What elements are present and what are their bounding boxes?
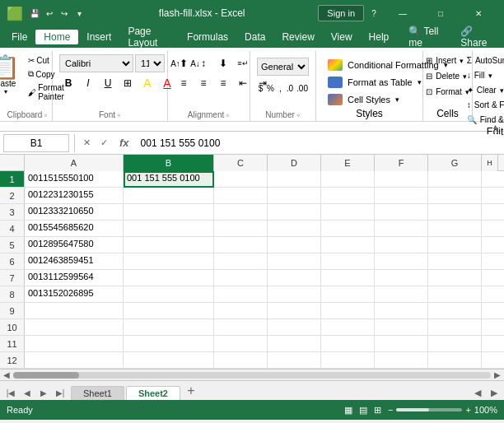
cell-e12[interactable] xyxy=(321,352,375,369)
row-num-8[interactable]: 8 xyxy=(0,286,25,302)
cell-h11[interactable] xyxy=(482,336,498,352)
menu-formulas[interactable]: Formulas xyxy=(179,30,236,44)
zoom-out-button[interactable]: − xyxy=(388,405,393,415)
save-button[interactable]: 💾 xyxy=(28,7,41,20)
cell-h1[interactable] xyxy=(482,171,498,188)
scroll-left-button[interactable]: ◀ xyxy=(2,370,12,379)
cell-a7[interactable]: 0013112599564 xyxy=(25,270,124,286)
percent-button[interactable]: % xyxy=(266,79,275,97)
col-header-c[interactable]: C xyxy=(214,155,268,171)
minimize-button[interactable]: — xyxy=(384,0,422,26)
cell-d4[interactable] xyxy=(268,221,321,237)
cell-h10[interactable] xyxy=(482,319,498,336)
cell-d5[interactable] xyxy=(268,237,321,253)
cell-h6[interactable] xyxy=(482,253,498,270)
cell-c12[interactable] xyxy=(214,352,268,369)
menu-share[interactable]: 🔗 Share xyxy=(452,24,501,50)
horizontal-scrollbar-thumb[interactable] xyxy=(13,372,79,379)
cell-e9[interactable] xyxy=(321,303,375,319)
cell-f4[interactable] xyxy=(375,221,428,237)
cell-a12[interactable] xyxy=(25,352,124,369)
menu-tell-me[interactable]: 🔍 Tell me xyxy=(400,24,452,50)
col-header-a[interactable]: A xyxy=(25,155,124,171)
cell-c10[interactable] xyxy=(214,319,268,336)
close-button[interactable]: ✕ xyxy=(460,0,497,26)
cell-c6[interactable] xyxy=(214,253,268,270)
align-right-button[interactable]: ≡ xyxy=(214,74,232,92)
cell-c9[interactable] xyxy=(214,303,268,319)
decrease-decimal-button[interactable]: .00 xyxy=(296,79,309,97)
align-left-button[interactable]: ≡ xyxy=(175,74,193,92)
cell-f3[interactable] xyxy=(375,204,428,221)
alignment-expand[interactable]: Alignment ⬦ xyxy=(188,110,230,119)
border-button[interactable]: ⊞ xyxy=(119,74,137,92)
cell-e6[interactable] xyxy=(321,253,375,270)
cell-b10[interactable] xyxy=(124,319,214,336)
align-bottom-button[interactable]: ⬇ xyxy=(214,54,232,72)
cell-e3[interactable] xyxy=(321,204,375,221)
cell-g4[interactable] xyxy=(428,221,482,237)
cell-a5[interactable]: 0012895647580 xyxy=(25,237,124,253)
cell-b3[interactable] xyxy=(124,204,214,221)
cell-d9[interactable] xyxy=(268,303,321,319)
cell-a2[interactable]: 0012231230155 xyxy=(25,188,124,204)
cell-reference-box[interactable] xyxy=(3,134,69,152)
ribbon-collapse-button[interactable]: ▲ xyxy=(492,123,499,131)
row-num-2[interactable]: 2 xyxy=(0,188,25,203)
fill-button[interactable]: ↓ Fill ▾ xyxy=(464,69,504,81)
cell-g10[interactable] xyxy=(428,319,482,336)
cell-b4[interactable] xyxy=(124,221,214,237)
number-format-select[interactable]: General xyxy=(257,58,309,76)
cell-h5[interactable] xyxy=(482,237,498,253)
accounting-format-button[interactable]: $ xyxy=(257,79,264,97)
decrease-indent-button[interactable]: ⇤ xyxy=(234,74,252,92)
menu-help[interactable]: Help xyxy=(361,30,398,44)
cell-e11[interactable] xyxy=(321,336,375,352)
menu-insert[interactable]: Insert xyxy=(78,30,119,44)
cell-b2[interactable] xyxy=(124,188,214,204)
page-layout-button[interactable]: ▤ xyxy=(359,405,367,416)
cell-g8[interactable] xyxy=(428,286,482,303)
cell-h8[interactable] xyxy=(482,286,498,303)
tab-scroll-left[interactable]: ◀ xyxy=(471,386,484,400)
align-center-button[interactable]: ≡ xyxy=(194,74,212,92)
cell-d3[interactable] xyxy=(268,204,321,221)
maximize-button[interactable]: □ xyxy=(422,0,460,26)
menu-review[interactable]: Review xyxy=(273,30,322,44)
align-middle-button[interactable]: ↕ xyxy=(194,54,212,72)
cell-f8[interactable] xyxy=(375,286,428,303)
number-expand[interactable]: Number ⬦ xyxy=(265,110,301,119)
cell-e5[interactable] xyxy=(321,237,375,253)
cell-d1[interactable] xyxy=(268,171,321,188)
customize-qat-button[interactable]: ▾ xyxy=(72,7,86,20)
cell-d6[interactable] xyxy=(268,253,321,270)
underline-button[interactable]: U xyxy=(99,74,117,92)
sheet-tab-1[interactable]: Sheet1 xyxy=(71,386,124,400)
col-header-d[interactable]: D xyxy=(268,155,321,171)
cell-h7[interactable] xyxy=(482,270,498,286)
horizontal-scrollbar-track[interactable] xyxy=(13,372,491,379)
col-header-f[interactable]: F xyxy=(375,155,428,171)
cell-a4[interactable]: 0015545685620 xyxy=(25,221,124,237)
cell-a10[interactable] xyxy=(25,319,124,336)
confirm-formula-button[interactable]: ✓ xyxy=(97,136,111,150)
cell-d12[interactable] xyxy=(268,352,321,369)
col-header-b[interactable]: B xyxy=(124,155,214,171)
cell-b8[interactable] xyxy=(124,286,214,303)
row-num-7[interactable]: 7 xyxy=(0,270,25,286)
cell-a1[interactable]: 0011515550100 xyxy=(25,171,124,188)
cell-c11[interactable] xyxy=(214,336,268,352)
cell-f9[interactable] xyxy=(375,303,428,319)
cell-e1[interactable] xyxy=(321,171,375,188)
cell-e7[interactable] xyxy=(321,270,375,286)
menu-page-layout[interactable]: Page Layout xyxy=(119,24,179,50)
cell-f2[interactable] xyxy=(375,188,428,204)
align-top-button[interactable]: ⬆ xyxy=(175,54,193,72)
paste-button[interactable]: 📋 Paste ▾ xyxy=(0,54,23,97)
menu-home[interactable]: Home xyxy=(35,30,78,44)
autosum-button[interactable]: Σ AutoSum ▾ xyxy=(464,54,504,67)
menu-view[interactable]: View xyxy=(323,30,361,44)
col-header-h[interactable]: H xyxy=(482,155,498,171)
cell-f7[interactable] xyxy=(375,270,428,286)
sort-filter-button[interactable]: ↕ Sort & Filter ▾ xyxy=(464,99,504,111)
